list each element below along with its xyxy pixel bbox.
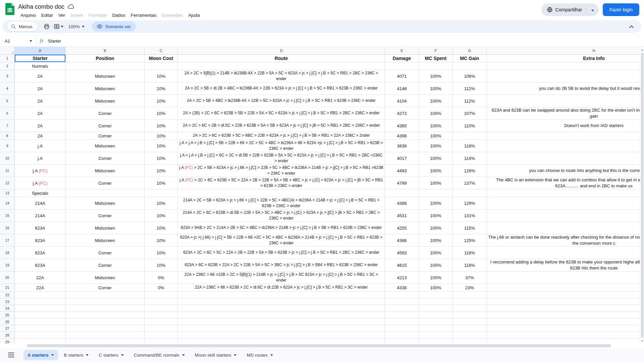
cell-B29[interactable]	[66, 339, 145, 344]
cell-E15[interactable]: 4531	[385, 209, 419, 222]
row-header-8[interactable]: 8	[0, 132, 15, 140]
cell-F18[interactable]: 100%	[419, 247, 453, 259]
cell-F19[interactable]: 100%	[419, 259, 453, 272]
sheet-tab-caret[interactable]	[234, 354, 236, 356]
share-button[interactable]: Compartilhar	[541, 3, 599, 16]
row-header-25[interactable]: 25	[0, 312, 15, 318]
cell-C27[interactable]	[145, 325, 178, 332]
cell-A8[interactable]: 2A	[15, 132, 66, 140]
row-header-24[interactable]: 24	[0, 305, 15, 312]
cell-A22[interactable]	[15, 292, 66, 298]
sheet-tab-caret[interactable]	[121, 354, 124, 356]
cell-H24[interactable]	[487, 305, 644, 312]
cell-D11[interactable]: j.A (FC) > 2C > 5B > 623A > jc > j.66 > …	[178, 165, 385, 177]
cell-E23[interactable]	[385, 298, 419, 305]
cell-C7[interactable]: 10%	[145, 120, 178, 132]
cell-D16[interactable]: 623A > 9AB > 2C > 214A > 2B > 5C > 4BC >…	[178, 222, 385, 234]
cell-B15[interactable]: Corner	[66, 209, 145, 222]
zoom-control[interactable]: 100%	[66, 22, 88, 31]
column-header-F[interactable]: F	[419, 47, 453, 55]
doc-title[interactable]: Akiha combo doc	[18, 3, 64, 10]
cell-E20[interactable]: 4213	[385, 272, 419, 284]
cell-D12[interactable]: j.A (FC) > 2C > 6C > 623B > 5C > 22A > 2…	[178, 177, 385, 189]
sheet-tab-c-starters[interactable]: C starters	[95, 350, 128, 360]
row-header-21[interactable]: 21	[0, 284, 15, 292]
cell-reference-box[interactable]: A1	[5, 39, 34, 44]
cell-C22[interactable]	[145, 292, 178, 298]
cell-C18[interactable]: 10%	[145, 247, 178, 259]
sheet-tab-caret[interactable]	[51, 354, 54, 356]
row-header-9[interactable]: 9	[0, 140, 15, 152]
row-header-13[interactable]: 13	[0, 189, 15, 197]
cell-H3[interactable]	[487, 70, 644, 82]
cell-D1[interactable]: Route	[178, 55, 385, 62]
row-header-14[interactable]: 14	[0, 197, 15, 209]
cell-D14[interactable]: 214A > 2C > 5B > 623A > jc > j.66 > j.[C…	[178, 197, 385, 209]
cell-G6[interactable]: 107%	[453, 107, 487, 120]
cell-B20[interactable]: Midscreen	[66, 272, 145, 284]
cell-H16[interactable]	[487, 222, 644, 234]
cell-B25[interactable]	[66, 312, 145, 318]
cell-H29[interactable]	[487, 339, 644, 344]
cell-F5[interactable]: 100%	[419, 95, 453, 107]
cell-G28[interactable]	[453, 332, 487, 339]
horizontal-scrollbar[interactable]	[0, 344, 644, 348]
menu-ajuda[interactable]: Ajuda	[186, 12, 202, 18]
cell-F1[interactable]: MC Spent	[419, 55, 453, 62]
cell-A5[interactable]: 2A	[15, 95, 66, 107]
cell-C4[interactable]: 10%	[145, 82, 178, 95]
cell-D23[interactable]	[178, 298, 385, 305]
cell-C28[interactable]	[145, 332, 178, 339]
cell-A2[interactable]: Normals	[15, 62, 66, 70]
column-header-A[interactable]: A	[15, 47, 66, 55]
cell-E29[interactable]	[385, 339, 419, 344]
cell-A17[interactable]: 623A	[15, 234, 66, 247]
cell-H5[interactable]	[487, 95, 644, 107]
cell-B18[interactable]: Corner	[66, 247, 145, 259]
cell-C23[interactable]	[145, 298, 178, 305]
cell-B6[interactable]: Corner	[66, 107, 145, 120]
cell-F23[interactable]	[419, 298, 453, 305]
cell-B9[interactable]: Midscreen	[66, 140, 145, 152]
cell-D4[interactable]: 2A > 2C > 5B > dl.2B > 4BC > tk236B-4X >…	[178, 82, 385, 95]
cell-E19[interactable]: 4615	[385, 259, 419, 272]
cell-E21[interactable]: 4338	[385, 284, 419, 292]
cell-A18[interactable]: 623A	[15, 247, 66, 259]
cell-F10[interactable]: 100%	[419, 152, 453, 165]
cell-H17[interactable]: The j.66 or airdash can be done reactive…	[487, 234, 644, 247]
cell-A16[interactable]: 623A	[15, 222, 66, 234]
cell-G14[interactable]: 129%	[453, 197, 487, 209]
cell-D18[interactable]: 623A > 2C > 6C > 5C > 22A > 2B > 22B > 5…	[178, 247, 385, 259]
cell-E11[interactable]: 4493	[385, 165, 419, 177]
cell-B14[interactable]: Midscreen	[66, 197, 145, 209]
cell-H28[interactable]	[487, 332, 644, 339]
cell-C20[interactable]: 0%	[145, 272, 178, 284]
cell-D2[interactable]	[178, 62, 385, 70]
cell-E17[interactable]: 4386	[385, 234, 419, 247]
row-header-10[interactable]: 10	[0, 152, 15, 165]
cell-E4[interactable]: 4146	[385, 82, 419, 95]
cell-A25[interactable]	[15, 312, 66, 318]
cell-E14[interactable]: 4386	[385, 197, 419, 209]
cell-F12[interactable]: 100%	[419, 177, 453, 189]
sheet-tab-a-starters[interactable]: A starters	[23, 350, 58, 360]
cell-C11[interactable]: 10%	[145, 165, 178, 177]
cell-F3[interactable]: 100%	[419, 70, 453, 82]
cell-G10[interactable]: 114%	[453, 152, 487, 165]
cell-F25[interactable]	[419, 312, 453, 318]
cell-D3[interactable]: 2A > 2C > 5[B](1) > 214B > tk236B-4X > 2…	[178, 70, 385, 82]
cell-C9[interactable]: 10%	[145, 140, 178, 152]
cell-G3[interactable]: 106%	[453, 70, 487, 82]
cell-H1[interactable]: Extra Info	[487, 55, 644, 62]
cell-B3[interactable]: Midscreen	[66, 70, 145, 82]
cell-G12[interactable]: 137%	[453, 177, 487, 189]
cell-G5[interactable]: 112%	[453, 95, 487, 107]
row-header-29[interactable]: 29	[0, 339, 15, 344]
column-header-D[interactable]: D	[178, 47, 385, 55]
cell-D10[interactable]: j.A > j.A > j.B > j.[C] > 6C > 2C > dl.5…	[178, 152, 385, 165]
cell-A20[interactable]: 22A	[15, 272, 66, 284]
cell-H22[interactable]	[487, 292, 644, 298]
cell-E13[interactable]	[385, 189, 419, 197]
cell-D9[interactable]: j.A > j.A > j.B > j.[C] > 5B > 22B > 66 …	[178, 140, 385, 152]
horizontal-scroll-thumb[interactable]	[27, 344, 611, 347]
